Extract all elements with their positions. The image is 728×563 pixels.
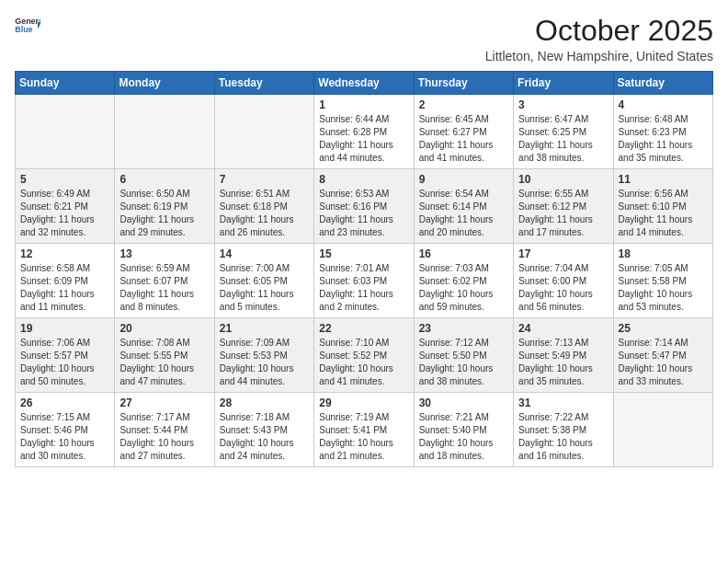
col-saturday: Saturday — [613, 72, 712, 95]
day-info: Sunrise: 7:14 AM Sunset: 5:47 PM Dayligh… — [619, 337, 708, 388]
day-info: Sunrise: 7:00 AM Sunset: 6:05 PM Dayligh… — [220, 262, 309, 314]
table-row: 18Sunrise: 7:05 AM Sunset: 5:58 PM Dayli… — [613, 244, 712, 318]
day-info: Sunrise: 6:54 AM Sunset: 6:14 PM Dayligh… — [419, 188, 508, 239]
day-number: 15 — [319, 247, 408, 260]
day-info: Sunrise: 6:59 AM Sunset: 6:07 PM Dayligh… — [119, 262, 209, 314]
table-row: 6Sunrise: 6:50 AM Sunset: 6:19 PM Daylig… — [115, 169, 214, 244]
table-row: 23Sunrise: 7:12 AM Sunset: 5:50 PM Dayli… — [414, 318, 513, 393]
day-info: Sunrise: 7:15 AM Sunset: 5:46 PM Dayligh… — [20, 411, 109, 463]
day-number: 9 — [419, 173, 508, 186]
logo-icon: General Blue — [15, 15, 40, 35]
day-info: Sunrise: 6:53 AM Sunset: 6:16 PM Dayligh… — [319, 188, 408, 239]
day-info: Sunrise: 6:47 AM Sunset: 6:25 PM Dayligh… — [518, 113, 608, 165]
calendar-week-row: 19Sunrise: 7:06 AM Sunset: 5:57 PM Dayli… — [16, 318, 713, 393]
day-info: Sunrise: 7:19 AM Sunset: 5:41 PM Dayligh… — [319, 411, 408, 463]
svg-text:Blue: Blue — [15, 25, 32, 34]
day-info: Sunrise: 7:21 AM Sunset: 5:40 PM Dayligh… — [419, 411, 508, 463]
table-row — [115, 95, 214, 169]
day-number: 8 — [319, 173, 408, 186]
day-number: 1 — [319, 98, 408, 111]
calendar-header-row: Sunday Monday Tuesday Wednesday Thursday… — [16, 72, 713, 95]
table-row: 5Sunrise: 6:49 AM Sunset: 6:21 PM Daylig… — [16, 169, 115, 244]
day-info: Sunrise: 6:49 AM Sunset: 6:21 PM Dayligh… — [20, 188, 109, 239]
day-number: 28 — [220, 396, 309, 409]
table-row: 2Sunrise: 6:45 AM Sunset: 6:27 PM Daylig… — [414, 95, 513, 169]
day-number: 10 — [518, 173, 608, 186]
table-row: 17Sunrise: 7:04 AM Sunset: 6:00 PM Dayli… — [514, 244, 613, 318]
day-number: 17 — [518, 247, 608, 260]
table-row: 14Sunrise: 7:00 AM Sunset: 6:05 PM Dayli… — [214, 244, 313, 318]
day-info: Sunrise: 6:56 AM Sunset: 6:10 PM Dayligh… — [619, 188, 708, 239]
table-row: 9Sunrise: 6:54 AM Sunset: 6:14 PM Daylig… — [414, 169, 513, 244]
day-number: 29 — [319, 396, 408, 409]
day-number: 20 — [119, 322, 209, 335]
day-info: Sunrise: 7:12 AM Sunset: 5:50 PM Dayligh… — [419, 337, 508, 388]
col-friday: Friday — [514, 72, 613, 95]
table-row: 24Sunrise: 7:13 AM Sunset: 5:49 PM Dayli… — [514, 318, 613, 393]
col-wednesday: Wednesday — [314, 72, 414, 95]
day-info: Sunrise: 7:09 AM Sunset: 5:53 PM Dayligh… — [220, 337, 309, 388]
day-info: Sunrise: 6:48 AM Sunset: 6:23 PM Dayligh… — [619, 113, 708, 165]
day-number: 23 — [419, 322, 508, 335]
day-number: 16 — [419, 247, 508, 260]
table-row: 31Sunrise: 7:22 AM Sunset: 5:38 PM Dayli… — [514, 393, 613, 467]
day-number: 18 — [619, 247, 708, 260]
day-info: Sunrise: 6:44 AM Sunset: 6:28 PM Dayligh… — [319, 113, 408, 165]
table-row: 25Sunrise: 7:14 AM Sunset: 5:47 PM Dayli… — [613, 318, 712, 393]
table-row: 7Sunrise: 6:51 AM Sunset: 6:18 PM Daylig… — [214, 169, 313, 244]
table-row: 15Sunrise: 7:01 AM Sunset: 6:03 PM Dayli… — [314, 244, 414, 318]
col-tuesday: Tuesday — [214, 72, 313, 95]
day-info: Sunrise: 7:08 AM Sunset: 5:55 PM Dayligh… — [119, 337, 209, 388]
col-monday: Monday — [115, 72, 214, 95]
table-row: 16Sunrise: 7:03 AM Sunset: 6:02 PM Dayli… — [414, 244, 513, 318]
day-number: 11 — [619, 173, 708, 186]
col-thursday: Thursday — [414, 72, 513, 95]
table-row: 21Sunrise: 7:09 AM Sunset: 5:53 PM Dayli… — [214, 318, 313, 393]
table-row: 1Sunrise: 6:44 AM Sunset: 6:28 PM Daylig… — [314, 95, 414, 169]
day-number: 5 — [20, 173, 109, 186]
calendar-week-row: 1Sunrise: 6:44 AM Sunset: 6:28 PM Daylig… — [16, 95, 713, 169]
day-info: Sunrise: 7:17 AM Sunset: 5:44 PM Dayligh… — [119, 411, 209, 463]
day-info: Sunrise: 7:18 AM Sunset: 5:43 PM Dayligh… — [220, 411, 309, 463]
day-number: 4 — [619, 98, 708, 111]
table-row: 20Sunrise: 7:08 AM Sunset: 5:55 PM Dayli… — [115, 318, 214, 393]
header: General Blue October 2025 Littleton, New… — [15, 15, 713, 63]
table-row: 19Sunrise: 7:06 AM Sunset: 5:57 PM Dayli… — [16, 318, 115, 393]
day-number: 19 — [20, 322, 109, 335]
day-info: Sunrise: 7:05 AM Sunset: 5:58 PM Dayligh… — [619, 262, 708, 314]
table-row: 22Sunrise: 7:10 AM Sunset: 5:52 PM Dayli… — [314, 318, 414, 393]
day-info: Sunrise: 7:01 AM Sunset: 6:03 PM Dayligh… — [319, 262, 408, 314]
day-number: 2 — [419, 98, 508, 111]
day-number: 24 — [518, 322, 608, 335]
day-number: 22 — [319, 322, 408, 335]
table-row: 11Sunrise: 6:56 AM Sunset: 6:10 PM Dayli… — [613, 169, 712, 244]
table-row: 30Sunrise: 7:21 AM Sunset: 5:40 PM Dayli… — [414, 393, 513, 467]
table-row: 3Sunrise: 6:47 AM Sunset: 6:25 PM Daylig… — [514, 95, 613, 169]
table-row: 28Sunrise: 7:18 AM Sunset: 5:43 PM Dayli… — [214, 393, 313, 467]
day-info: Sunrise: 7:13 AM Sunset: 5:49 PM Dayligh… — [518, 337, 608, 388]
day-info: Sunrise: 6:51 AM Sunset: 6:18 PM Dayligh… — [220, 188, 309, 239]
logo: General Blue — [15, 15, 40, 35]
day-number: 27 — [119, 396, 209, 409]
page-container: General Blue October 2025 Littleton, New… — [0, 0, 728, 477]
day-number: 25 — [619, 322, 708, 335]
day-number: 6 — [119, 173, 209, 186]
calendar-week-row: 12Sunrise: 6:58 AM Sunset: 6:09 PM Dayli… — [16, 244, 713, 318]
day-info: Sunrise: 7:04 AM Sunset: 6:00 PM Dayligh… — [518, 262, 608, 314]
table-row: 12Sunrise: 6:58 AM Sunset: 6:09 PM Dayli… — [16, 244, 115, 318]
day-info: Sunrise: 7:06 AM Sunset: 5:57 PM Dayligh… — [20, 337, 109, 388]
day-number: 7 — [220, 173, 309, 186]
day-number: 3 — [518, 98, 608, 111]
month-title: October 2025 — [485, 15, 713, 47]
svg-text:General: General — [15, 17, 40, 26]
table-row: 4Sunrise: 6:48 AM Sunset: 6:23 PM Daylig… — [613, 95, 712, 169]
day-info: Sunrise: 6:45 AM Sunset: 6:27 PM Dayligh… — [419, 113, 508, 165]
day-number: 26 — [20, 396, 109, 409]
day-info: Sunrise: 7:03 AM Sunset: 6:02 PM Dayligh… — [419, 262, 508, 314]
col-sunday: Sunday — [16, 72, 115, 95]
day-info: Sunrise: 6:55 AM Sunset: 6:12 PM Dayligh… — [518, 188, 608, 239]
location-title: Littleton, New Hampshire, United States — [485, 49, 713, 63]
table-row — [613, 393, 712, 467]
day-info: Sunrise: 6:58 AM Sunset: 6:09 PM Dayligh… — [20, 262, 109, 314]
day-number: 12 — [20, 247, 109, 260]
